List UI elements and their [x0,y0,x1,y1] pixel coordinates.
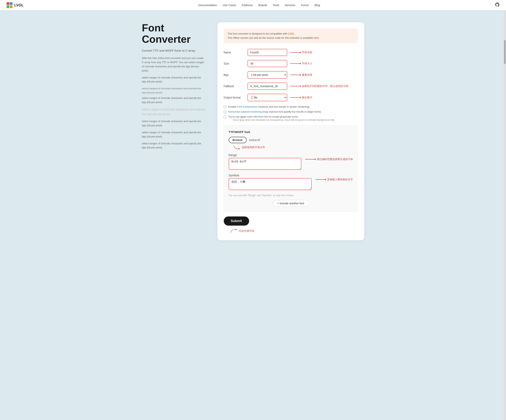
github-icon[interactable] [495,2,500,8]
nav-boards[interactable]: Boards [258,4,267,7]
range-textarea[interactable]: 0x20-0x7F [229,158,301,170]
navbar: LVGL Documentation Use Cases Features Bo… [0,0,506,10]
info-text-1: The font converter is designed to be com… [228,32,288,35]
symbols-row: Symbols 你好，小樱。 直接输入要转换的文字 [229,174,353,191]
subpixel-checkbox[interactable] [224,111,226,113]
symbols-textarea[interactable]: 你好，小樱。 [229,178,312,190]
name-right-fill [312,51,358,54]
output-right-fill [312,96,358,99]
fallback-annotation: 如果找不到匹配的字符，默认使用的字体 [290,84,348,88]
left-desc-2: select ranges of Unicode characters and … [142,76,206,84]
compression-checkbox[interactable] [224,106,226,108]
page-title: FontConverter [142,22,206,45]
logo-text: LVGL [14,3,24,7]
checkbox-row-1: Enable Font compression (reduces size bu… [224,105,358,108]
bpp-label: Bpp [224,73,247,76]
left-desc-7: select ranges of Unicode characters and … [142,130,206,139]
subpixel-link[interactable]: Horizontal subpixel rendering [228,110,262,113]
svg-marker-5 [236,229,237,230]
name-input[interactable] [247,49,287,56]
info-lvgl-link[interactable]: LVGL [288,32,294,35]
fallback-label: Fallback [224,85,247,88]
form-card: The font converter is designed to be com… [217,22,364,240]
browse-curve-arrow-icon [233,144,241,150]
bpp-right-fill [312,73,358,76]
browse-annotation-text: 选择使用的字体文件 [242,146,265,149]
range-wrap: Range 0x20-0x7F [229,154,301,171]
glyph-color-label: Try to use glyph color info from font to… [228,115,335,118]
fallback-row: Fallback 如果找不到匹配的字符，默认使用的字体 [224,83,358,90]
ttf-title: TTF/WOFF font [229,130,353,134]
name-annotation: 字体名称 [290,51,312,54]
bpp-input-wrap: 1 bit-per-pixel 2 bit-per-pixel 4 bit-pe… [247,71,358,79]
left-desc-4: select ranges of Unicode characters and … [142,96,206,104]
size-right-fill [312,62,358,65]
name-row: Name 字体名称 [224,49,358,56]
left-panel: FontConverter Convert TTF and WOFF fonts… [142,22,206,153]
nav-documentation[interactable]: Documentation [198,4,217,7]
include-another-font-button[interactable]: + Include another font [272,200,309,207]
range-annotation: 通过编码范围选择要生成的字体 [305,154,353,161]
nav-services[interactable]: Services [285,4,295,7]
glyph-color-checkbox[interactable] [224,115,226,118]
file-name: simkai.ttf [249,138,260,142]
range-row: Range 0x20-0x7F 通过编码范围选择要生成的字体 [229,154,353,171]
hint-text: You can use both "Range" and "Symbols" o… [229,194,353,197]
browse-button[interactable]: Browse [229,137,247,143]
name-label: Name [224,51,247,54]
glyph-color-note: Since gray tones are emulated via transp… [233,119,335,121]
submit-annotation: 点击生成字体 [230,228,254,234]
output-input-wrap: C file Bin file 输出格式 [247,94,358,101]
nav-features[interactable]: Features [242,4,253,7]
bpp-select[interactable]: 1 bit-per-pixel 2 bit-per-pixel 4 bit-pe… [247,71,287,79]
checkbox-row-2: Horizontal subpixel rendering (may impro… [224,110,358,113]
page-subtitle: Convert TTF and WOFF fonts to C array. [142,49,206,52]
fallback-input-wrap: 如果找不到匹配的字符，默认使用的字体 [247,83,358,90]
nav-blog[interactable]: Blog [314,4,320,7]
scrollbar[interactable] [504,0,506,420]
browse-row: Browse simkai.ttf [229,137,353,143]
checkbox-row-3: Try to use glyph color info from font to… [224,115,358,121]
output-label: Output format [224,96,247,99]
browse-annotation: 选择使用的字体文件 [233,144,353,150]
scrollbar-thumb[interactable] [504,40,506,64]
output-select[interactable]: C file Bin file [247,94,287,101]
font-compression-link[interactable]: Font compression [237,105,258,108]
left-desc-3: select ranges of Unicode characters and … [142,87,206,95]
checkbox-section: Enable Font compression (reduces size bu… [224,105,358,121]
svg-rect-1 [10,2,13,5]
left-desc-6: select ranges of Unicode characters and … [142,119,206,128]
bpp-row: Bpp 1 bit-per-pixel 2 bit-per-pixel 4 bi… [224,71,358,79]
submit-button[interactable]: Submit [224,217,249,226]
left-desc-5: select ranges of Unicode characters and … [142,107,206,116]
name-input-wrap: 字体名称 [247,49,358,56]
size-row: Size 字体大小 [224,60,358,67]
fallback-input[interactable] [247,83,287,90]
svg-rect-3 [10,5,13,8]
nav-links: Documentation Use Cases Features Boards … [198,3,320,7]
svg-rect-2 [7,5,9,8]
size-input-wrap: 字体大小 [247,60,358,67]
page-container: FontConverter Convert TTF and WOFF fonts… [134,10,372,252]
compression-label: Enable Font compression (reduces size bu… [228,105,310,108]
submit-section: Submit 点击生成字体 [224,217,358,234]
symbols-annotation: 直接输入要转换的文字 [315,174,353,181]
lvgl-logo-icon [6,2,13,8]
output-annotation: 输出格式 [290,96,312,99]
left-desc-8: select ranges of Unicode characters and … [142,142,206,150]
nav-tools[interactable]: Tools [273,4,279,7]
nav-forum[interactable]: Forum [301,4,309,7]
submit-curve-arrow-icon [230,228,238,234]
size-label: Size [224,62,247,65]
size-annotation: 字体大小 [290,62,312,65]
info-here-link[interactable]: here [314,36,319,39]
svg-marker-4 [239,148,240,149]
symbols-label: Symbols [229,174,312,177]
left-desc-1: With this free online font converter too… [142,56,206,73]
nav-use-cases[interactable]: Use Cases [223,4,236,7]
logo[interactable]: LVGL [6,2,24,8]
submit-annotation-text: 点击生成字体 [239,229,254,233]
output-row: Output format C file Bin file 输出格式 [224,94,358,101]
subpixel-label: Horizontal subpixel rendering (may impro… [228,110,321,113]
size-input[interactable] [247,60,287,67]
